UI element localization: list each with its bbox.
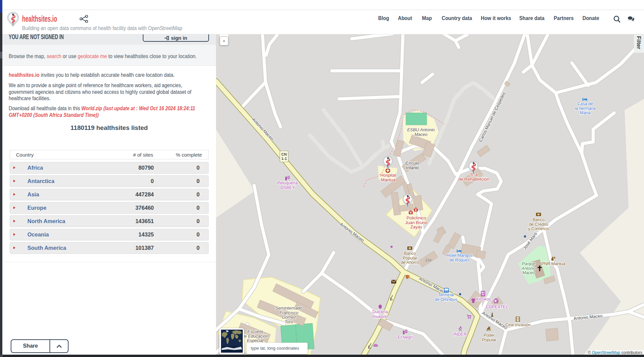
svg-text:1-1: 1-1: [281, 157, 287, 161]
svg-text:Antonio: Antonio: [521, 266, 536, 271]
svg-text:234: 234: [425, 258, 431, 262]
svg-text:Popular: Popular: [403, 256, 417, 260]
svg-text:Terminal: Terminal: [438, 293, 454, 297]
svg-text:Popular: Popular: [482, 338, 496, 342]
svg-text:CN: CN: [281, 152, 287, 156]
svg-text:Maceo: Maceo: [522, 271, 535, 275]
svg-text:de Roques: de Roques: [449, 258, 469, 262]
svg-text:El Negri: El Negri: [398, 335, 413, 340]
svg-text:Zayas: Zayas: [410, 224, 422, 229]
svg-text:INDER: INDER: [454, 332, 467, 337]
svg-text:Especial: Especial: [247, 338, 263, 343]
svg-text:PNR Mantua: PNR Mantua: [541, 261, 565, 266]
svg-text:Dulcería: Dulcería: [372, 310, 388, 314]
svg-text:la hermana: la hermana: [575, 106, 596, 111]
svg-text:de Ómnibus: de Ómnibus: [435, 297, 457, 302]
svg-text:Poder: Poder: [484, 333, 495, 338]
svg-text:Hotel Mangos: Hotel Mangos: [446, 253, 472, 258]
svg-text:Peluquería: Peluquería: [278, 181, 298, 185]
svg-text:Toro: Toro: [285, 319, 293, 324]
svg-text:Maceo: Maceo: [414, 132, 427, 137]
svg-text:Banco: Banco: [533, 217, 544, 222]
svg-text:COPEXTEL: COPEXTEL: [486, 305, 508, 309]
svg-text:Invasión: Invasión: [372, 314, 388, 319]
svg-text:y Comercio: y Comercio: [528, 226, 549, 231]
svg-text:de Crédito: de Crédito: [529, 222, 548, 227]
svg-text:de Rehabilitción: de Rehabilitción: [458, 177, 490, 182]
svg-text:de Ahorro: de Ahorro: [401, 260, 419, 265]
svg-text:Kioskos: Kioskos: [476, 297, 491, 302]
svg-text:Cine Invasión: Cine Invasión: [505, 323, 531, 327]
svg-text:Infantil: Infantil: [406, 165, 419, 170]
svg-text:Banco: Banco: [404, 251, 416, 256]
svg-text:Mantua: Mantua: [381, 177, 396, 182]
svg-text:OSBEY: OSBEY: [280, 185, 295, 190]
svg-text:Casa de: Casa de: [577, 102, 593, 106]
svg-text:Parque: Parque: [522, 261, 535, 266]
svg-text:Maria: Maria: [580, 111, 590, 115]
